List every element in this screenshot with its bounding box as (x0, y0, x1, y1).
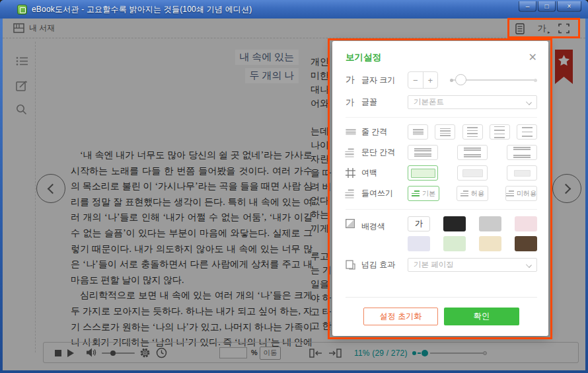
line-spacing-icon (346, 129, 361, 135)
confirm-button[interactable]: 확인 (444, 308, 519, 325)
margin-option-medium[interactable] (457, 165, 488, 181)
font-face-label: 글꼴 (361, 97, 406, 108)
background-color-label: 배경색 (361, 221, 406, 232)
bg-swatch-lavender[interactable] (408, 236, 430, 251)
panel-footer: 설정 초기화 확인 (346, 297, 537, 325)
font-size-decrease-button[interactable]: − (408, 72, 423, 88)
font-size-increase-button[interactable]: + (423, 72, 438, 88)
font-size-slider (450, 74, 537, 86)
font-face-select[interactable]: 기본폰트 (408, 95, 537, 109)
paragraph-spacing-row: 문단 간격 (346, 145, 537, 160)
paragraph-spacing-option-3[interactable] (507, 145, 537, 160)
bg-swatch-green[interactable] (443, 236, 466, 251)
bg-swatch-gray[interactable] (479, 216, 501, 231)
margin-label: 여백 (361, 167, 406, 179)
background-color-swatches: 가 (408, 216, 537, 251)
chevron-down-icon (526, 262, 532, 268)
reset-settings-button[interactable]: 설정 초기화 (363, 308, 438, 325)
client-area: 내 서재 가 (3, 19, 585, 370)
font-face-icon: 가 (346, 97, 361, 108)
page-effect-value: 기본 페이징 (414, 260, 454, 270)
font-size-row: 가 글자 크기 − + (346, 71, 537, 89)
paragraph-spacing-option-1[interactable] (408, 145, 438, 160)
bg-swatch-beige[interactable] (479, 236, 501, 251)
maximize-button[interactable]: □ (538, 1, 556, 12)
indent-icon (346, 190, 361, 198)
line-spacing-option-3[interactable] (462, 124, 483, 140)
font-size-label: 글자 크기 (361, 75, 406, 86)
panel-close-icon[interactable]: ✕ (529, 52, 537, 63)
margin-option-narrow-selected[interactable] (408, 165, 438, 181)
app-window: eBook도서관 - 고요할수록 밝아지는 것들(100쇄 기념 에디션) – … (0, 0, 588, 373)
page-effect-label: 넘김 효과 (361, 259, 406, 270)
line-spacing-option-4[interactable] (490, 124, 510, 140)
bg-swatch-pink[interactable] (515, 216, 537, 231)
page-effect-icon (346, 260, 361, 270)
line-spacing-row: 줄 간격 (346, 124, 537, 140)
window-title: eBook도서관 - 고요할수록 밝아지는 것들(100쇄 기념 에디션) (32, 4, 252, 15)
indent-row: 들여쓰기 기본 허용 미허용 (346, 186, 537, 201)
paragraph-spacing-icon (346, 149, 361, 157)
indent-option-disallow[interactable]: 미허용 (505, 186, 537, 201)
titlebar: eBook도서관 - 고요할수록 밝아지는 것들(100쇄 기념 에디션) – … (0, 0, 588, 19)
indent-option-allow[interactable]: 허용 (457, 186, 488, 201)
font-row: 가 글꼴 기본폰트 (346, 95, 537, 109)
margin-option-wide[interactable] (507, 165, 537, 181)
margin-row: 여백 (346, 165, 537, 181)
line-spacing-label: 줄 간격 (361, 126, 406, 138)
margin-icon (346, 168, 361, 178)
indent-option-default-selected[interactable]: 기본 (408, 186, 439, 201)
background-color-icon (346, 219, 361, 228)
font-size-stepper: − + (408, 71, 438, 89)
line-spacing-option-1[interactable] (408, 124, 428, 140)
page-effect-select[interactable]: 기본 페이징 (408, 258, 537, 272)
chevron-down-icon (526, 99, 532, 105)
font-size-slider-handle[interactable] (455, 74, 466, 85)
close-window-button[interactable]: × (557, 1, 581, 12)
font-face-value: 기본폰트 (414, 97, 444, 107)
panel-title: 보기설정 (346, 52, 381, 63)
bg-swatch-black[interactable] (443, 216, 466, 231)
paragraph-spacing-label: 문단 간격 (361, 147, 406, 158)
paragraph-spacing-option-2[interactable] (457, 145, 488, 160)
app-logo-icon (17, 5, 27, 15)
page-effect-row: 넘김 효과 기본 페이징 (346, 258, 537, 272)
view-settings-panel: 보기설정 ✕ 가 글자 크기 − + (332, 41, 548, 336)
font-size-icon: 가 (346, 74, 361, 86)
window-controls: – □ × (519, 1, 581, 12)
line-spacing-option-2[interactable] (435, 124, 455, 140)
minimize-button[interactable]: – (519, 1, 536, 12)
indent-label: 들여쓰기 (361, 188, 406, 199)
bg-swatch-white[interactable]: 가 (408, 216, 430, 231)
background-color-row: 배경색 가 (346, 216, 537, 251)
bg-swatch-brown[interactable] (515, 236, 537, 251)
line-spacing-option-5[interactable] (517, 124, 537, 140)
